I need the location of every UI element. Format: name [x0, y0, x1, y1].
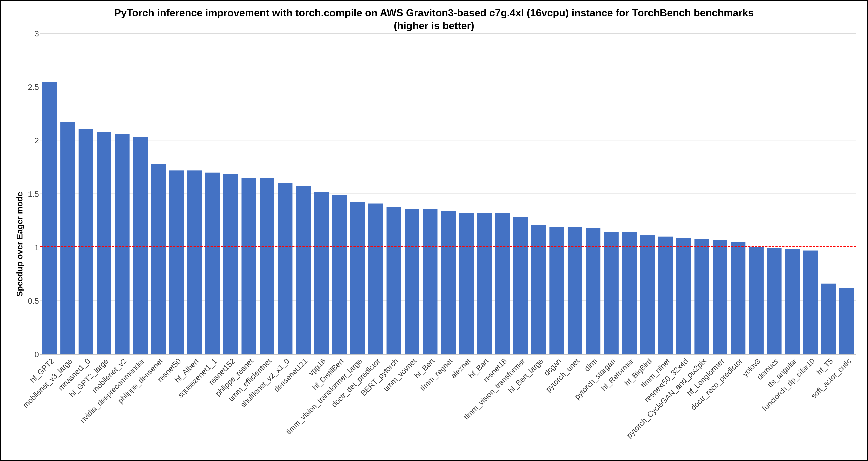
- bar: [640, 236, 655, 354]
- x-tick-label: soft_actor_critic: [839, 355, 854, 455]
- y-tick-label: 0.5: [26, 297, 39, 306]
- y-axis-label: Speedup over Eager mode: [15, 192, 24, 297]
- bar: [79, 129, 93, 354]
- bar: [731, 242, 745, 354]
- bar: [513, 217, 528, 354]
- bar: [622, 233, 637, 354]
- bar: [60, 122, 75, 354]
- y-tick-label: 3: [26, 29, 39, 38]
- bar: [151, 164, 166, 354]
- bar: [332, 195, 347, 354]
- chart-title: PyTorch inference improvement with torch…: [12, 6, 856, 32]
- chart-title-line2: (higher is better): [12, 19, 856, 32]
- y-tick-label: 1: [26, 243, 39, 252]
- y-tick-label: 2.5: [26, 83, 39, 92]
- bar: [205, 173, 220, 354]
- bar: [296, 186, 311, 354]
- bars-group: [40, 34, 856, 354]
- bar: [187, 171, 202, 354]
- chart-body: Speedup over Eager mode 00.511.522.53 hf…: [12, 34, 856, 455]
- y-tick-label: 1.5: [26, 190, 39, 199]
- bar: [477, 213, 492, 354]
- x-axis-labels: hf_GPT2mobilenet_v3_largemnasnet1_0hf_GP…: [40, 355, 856, 455]
- bar: [368, 204, 383, 354]
- bar: [459, 213, 474, 354]
- bar: [42, 82, 57, 354]
- bar: [767, 248, 782, 354]
- bar: [749, 247, 764, 354]
- bar: [115, 134, 129, 354]
- bar: [314, 192, 329, 354]
- bar: [821, 283, 836, 354]
- y-tick-label: 0: [26, 350, 39, 359]
- plot-area: [40, 34, 856, 355]
- bar: [803, 250, 818, 354]
- bar: [278, 183, 292, 354]
- bar: [495, 213, 510, 354]
- bar: [260, 178, 274, 354]
- bar: [169, 171, 184, 354]
- bar: [97, 132, 112, 354]
- bar: [350, 203, 365, 354]
- bar: [405, 209, 420, 354]
- plot-cell: 00.511.522.53 hf_GPT2mobilenet_v3_largem…: [27, 34, 856, 455]
- bar: [658, 237, 673, 354]
- reference-line: [40, 246, 856, 247]
- y-axis-ticks: 00.511.522.53: [27, 34, 40, 355]
- bar: [441, 211, 456, 354]
- plot-area-wrap: 00.511.522.53: [27, 34, 856, 355]
- bar: [839, 288, 854, 354]
- bar: [423, 209, 437, 354]
- y-axis-label-container: Speedup over Eager mode: [12, 34, 27, 455]
- chart-container: PyTorch inference improvement with torch…: [0, 0, 868, 461]
- x-tick-label: pytorch_unet: [567, 355, 582, 455]
- bar: [531, 225, 546, 354]
- bar: [242, 178, 256, 354]
- y-tick-label: 2: [26, 136, 39, 145]
- bar: [133, 137, 148, 354]
- bar: [713, 240, 727, 354]
- bar: [604, 233, 619, 354]
- bar: [223, 174, 238, 354]
- bar: [386, 207, 401, 354]
- chart-title-line1: PyTorch inference improvement with torch…: [12, 6, 856, 19]
- bar: [785, 249, 800, 354]
- bar: [676, 238, 691, 354]
- bar: [694, 239, 709, 354]
